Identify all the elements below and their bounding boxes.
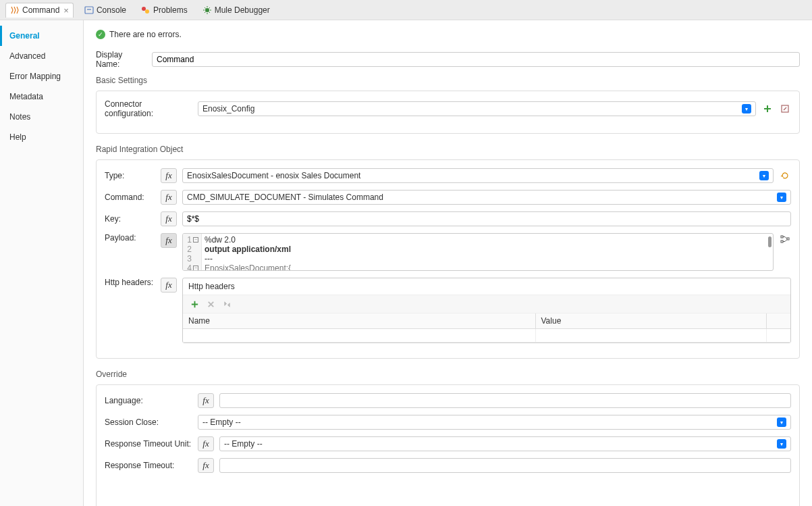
sidebar-item-general[interactable]: General: [0, 26, 83, 46]
editor-lines: %dw 2.0 output application/xml --- Enosi…: [202, 234, 294, 270]
override-section: Language: fx Session Close: -- Empty -- …: [96, 384, 800, 506]
type-label: Type:: [105, 171, 155, 180]
rtu-value: -- Empty --: [224, 439, 263, 449]
sidebar-item-metadata[interactable]: Metadata: [0, 86, 83, 107]
fx-button[interactable]: fx: [161, 168, 177, 183]
payload-row: Payload: fx 1− 2 3 4− %dw 2.0 output app…: [105, 233, 791, 271]
code-line-1: %dw 2.0: [205, 235, 291, 245]
tab-problems[interactable]: Problems: [137, 3, 192, 17]
command-select[interactable]: CMD_SIMULATE_DOCUMENT - Simulates Comman…: [182, 190, 791, 205]
chevron-down-icon: ▾: [777, 193, 786, 202]
tab-debugger[interactable]: Mule Debugger: [198, 3, 274, 17]
command-row: Command: fx CMD_SIMULATE_DOCUMENT - Simu…: [105, 190, 791, 205]
sidebar-item-notes[interactable]: Notes: [0, 107, 83, 127]
headers-row: Http headers: fx Http headers: [105, 278, 791, 343]
headers-box: Http headers: [182, 278, 791, 343]
close-icon[interactable]: ×: [63, 5, 69, 16]
add-config-button[interactable]: [761, 103, 774, 115]
refresh-button[interactable]: [779, 170, 791, 182]
command-value: CMD_SIMULATE_DOCUMENT - Simulates Comman…: [187, 193, 383, 202]
rio-section: Type: fx EnosixSalesDocument - enosix Sa…: [96, 159, 800, 359]
fx-button[interactable]: fx: [161, 211, 177, 226]
sidebar-item-error-mapping[interactable]: Error Mapping: [0, 66, 83, 86]
sidebar-item-advanced[interactable]: Advanced: [0, 46, 83, 66]
top-tab-bar: Command × Console Problems Mule Debugger: [0, 0, 812, 20]
rio-title: Rapid Integration Object: [96, 145, 800, 154]
code-line-2: output application/xml: [205, 245, 291, 254]
bug-icon: [202, 5, 212, 15]
rtu-select[interactable]: -- Empty -- ▾: [219, 436, 791, 451]
payload-editor[interactable]: 1− 2 3 4− %dw 2.0 output application/xml…: [182, 233, 774, 271]
svg-rect-5: [781, 236, 783, 238]
tab-debugger-label: Mule Debugger: [215, 5, 270, 15]
chevron-down-icon: ▾: [777, 439, 786, 449]
chevron-down-icon: ▾: [742, 104, 751, 113]
connector-config-label: Connector configuration:: [105, 99, 192, 118]
display-name-input[interactable]: [152, 52, 800, 67]
connector-config-row: Connector configuration: Enosix_Config ▾: [105, 99, 791, 118]
edit-config-button[interactable]: [779, 103, 791, 115]
tab-console[interactable]: Console: [80, 3, 130, 17]
svg-rect-6: [781, 241, 783, 243]
type-select[interactable]: EnosixSalesDocument - enosix Sales Docum…: [182, 168, 774, 183]
status-row: ✓ There are no errors.: [96, 30, 800, 39]
language-label: Language:: [105, 396, 192, 405]
fx-button[interactable]: fx: [198, 436, 214, 451]
key-row: Key: fx: [105, 211, 791, 226]
headers-col-name[interactable]: Name: [183, 313, 535, 329]
rt-row: Response Timeout: fx: [105, 458, 791, 473]
session-close-row: Session Close: -- Empty -- ▾: [105, 415, 791, 430]
svg-point-3: [205, 8, 209, 12]
table-row[interactable]: [183, 329, 790, 343]
fx-button[interactable]: fx: [198, 458, 214, 473]
svg-rect-0: [85, 7, 93, 14]
rtu-row: Response Timeout Unit: fx -- Empty -- ▾: [105, 436, 791, 451]
headers-col-value[interactable]: Value: [535, 313, 766, 329]
tab-command[interactable]: Command ×: [5, 3, 74, 18]
basic-settings-title: Basic Settings: [96, 76, 800, 85]
main-container: General Advanced Error Mapping Metadata …: [0, 20, 812, 506]
tab-console-label: Console: [97, 5, 126, 15]
rtu-label: Response Timeout Unit:: [105, 439, 192, 449]
rt-label: Response Timeout:: [105, 461, 192, 470]
command-label: Command:: [105, 193, 155, 202]
key-input[interactable]: [182, 211, 791, 226]
key-label: Key:: [105, 214, 155, 224]
fx-button[interactable]: fx: [161, 278, 177, 293]
delete-header-button[interactable]: [205, 298, 217, 310]
headers-box-title: Http headers: [183, 278, 790, 295]
sidebar: General Advanced Error Mapping Metadata …: [0, 20, 84, 506]
type-value: EnosixSalesDocument - enosix Sales Docum…: [187, 171, 360, 180]
add-header-button[interactable]: [188, 298, 200, 310]
payload-label: Payload:: [105, 233, 155, 243]
session-close-value: -- Empty --: [202, 418, 241, 427]
override-title: Override: [96, 370, 800, 379]
display-name-row: Display Name:: [96, 50, 800, 69]
console-icon: [84, 5, 94, 15]
sidebar-item-help[interactable]: Help: [0, 127, 83, 147]
problems-icon: [141, 5, 151, 15]
connector-config-select[interactable]: Enosix_Config ▾: [198, 101, 756, 116]
language-input[interactable]: [219, 393, 791, 408]
status-text: There are no errors.: [109, 30, 182, 39]
type-row: Type: fx EnosixSalesDocument - enosix Sa…: [105, 168, 791, 183]
tab-command-label: Command: [22, 5, 59, 15]
tab-problems-label: Problems: [153, 5, 188, 15]
content-panel: ✓ There are no errors. Display Name: Bas…: [84, 20, 812, 506]
scrollbar[interactable]: [768, 236, 772, 247]
code-line-3: ---: [205, 254, 291, 263]
fx-button[interactable]: fx: [198, 393, 214, 408]
map-button[interactable]: [779, 233, 791, 245]
fx-button[interactable]: fx: [161, 233, 177, 248]
headers-toolbar: [183, 295, 790, 313]
svg-point-2: [145, 9, 149, 14]
session-close-select[interactable]: -- Empty -- ▾: [198, 415, 791, 430]
headers-label: Http headers:: [105, 278, 155, 287]
connector-config-value: Enosix_Config: [202, 104, 254, 113]
headers-table: Name Value: [183, 313, 790, 343]
fx-button[interactable]: fx: [161, 190, 177, 205]
tools-button[interactable]: [221, 298, 233, 310]
rt-input[interactable]: [219, 458, 791, 473]
mule-flow-icon: [10, 5, 20, 15]
session-close-label: Session Close:: [105, 418, 192, 427]
